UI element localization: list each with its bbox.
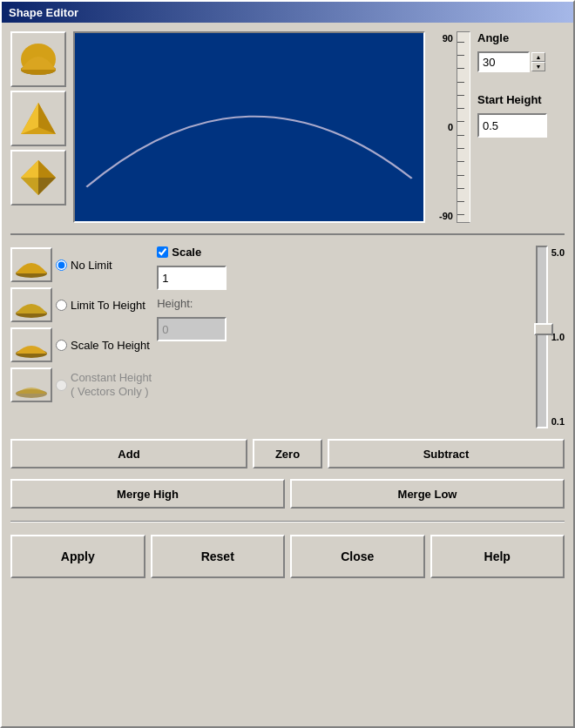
merge-high-button[interactable]: Merge High xyxy=(10,479,285,509)
footer-divider xyxy=(10,521,565,522)
subtract-button[interactable]: Subtract xyxy=(328,439,565,468)
ruler-labels: 90 0 -90 xyxy=(432,31,457,223)
ruler-bot-label: -90 xyxy=(439,211,453,221)
angle-spin-down[interactable]: ▼ xyxy=(531,62,545,71)
angle-input[interactable] xyxy=(477,51,530,72)
close-button[interactable]: Close xyxy=(290,535,425,578)
constant-height-sub-label: ( Vectors Only ) xyxy=(71,385,152,399)
option-limit-height-row: Limit To Height xyxy=(10,286,152,324)
reset-button[interactable]: Reset xyxy=(151,535,286,578)
svg-marker-11 xyxy=(21,178,38,195)
vertical-slider: 5.0 1.0 0.1 xyxy=(536,246,565,428)
angle-spinner: ▲ ▼ xyxy=(477,51,565,72)
footer-buttons: Apply Reset Close Help xyxy=(10,535,565,578)
no-limit-radio[interactable] xyxy=(56,260,67,271)
angle-spin-buttons: ▲ ▼ xyxy=(531,52,545,71)
no-limit-shape-icon xyxy=(14,251,49,279)
window-title: Shape Editor xyxy=(9,6,78,19)
vslider-top-label: 5.0 xyxy=(551,247,565,258)
right-controls-area: Scale Height: xyxy=(157,246,530,341)
pyramid-button[interactable] xyxy=(10,91,66,146)
constant-height-option: Constant Height ( Vectors Only ) xyxy=(56,371,152,398)
height-label: Height: xyxy=(157,297,530,310)
constant-height-radio-label[interactable]: Constant Height ( Vectors Only ) xyxy=(56,371,152,398)
angle-section: Angle ▲ ▼ Start Height xyxy=(477,31,565,138)
diamond-button[interactable] xyxy=(10,150,66,206)
shape-editor-window: Shape Editor xyxy=(0,0,575,728)
dome-icon xyxy=(19,44,58,75)
vslider-bot-label: 0.1 xyxy=(551,416,565,427)
limit-height-label: Limit To Height xyxy=(71,299,145,312)
scale-checkbox-label[interactable]: Scale xyxy=(157,246,201,259)
option-no-limit-row: No Limit xyxy=(10,246,152,284)
top-section: 90 0 -90 xyxy=(10,31,565,223)
scale-height-shape-btn[interactable] xyxy=(10,327,52,362)
svg-marker-10 xyxy=(38,178,56,195)
start-height-label: Start Height xyxy=(477,93,565,106)
vslider-track-col xyxy=(536,246,548,428)
option-scale-height-row: Scale To Height xyxy=(10,326,152,364)
diamond-icon xyxy=(19,158,58,197)
scale-row: Scale xyxy=(157,246,530,259)
limit-height-option[interactable]: Limit To Height xyxy=(56,299,145,312)
pyramid-icon xyxy=(19,99,58,138)
section-divider-1 xyxy=(10,233,565,235)
merge-buttons: Merge High Merge Low xyxy=(10,479,565,509)
no-limit-shape-btn[interactable] xyxy=(10,247,52,282)
constant-height-shape-btn[interactable] xyxy=(10,367,52,402)
add-button[interactable]: Add xyxy=(10,439,247,468)
ruler-area: 90 0 -90 xyxy=(432,31,470,223)
vslider-mid-label: 1.0 xyxy=(551,332,565,342)
no-limit-option[interactable]: No Limit xyxy=(56,259,112,272)
shape-options: No Limit Limit To Height xyxy=(10,246,152,404)
start-height-input[interactable] xyxy=(477,113,547,138)
limit-height-radio[interactable] xyxy=(56,300,67,311)
ruler-top-label: 90 xyxy=(443,33,453,44)
scale-height-radio[interactable] xyxy=(56,340,67,351)
main-content: 90 0 -90 xyxy=(2,23,573,726)
shape-canvas xyxy=(73,31,425,223)
vslider-thumb[interactable] xyxy=(534,323,553,335)
angle-label: Angle xyxy=(477,31,565,44)
scale-input[interactable] xyxy=(157,266,227,290)
merge-low-button[interactable]: Merge Low xyxy=(290,479,565,509)
scale-label: Scale xyxy=(172,246,201,259)
height-input xyxy=(157,317,227,341)
shape-buttons-col xyxy=(10,31,66,206)
title-bar: Shape Editor xyxy=(2,2,573,23)
angle-spin-up[interactable]: ▲ xyxy=(531,52,545,62)
svg-marker-8 xyxy=(38,160,56,178)
constant-height-label-text: Constant Height xyxy=(71,371,152,385)
option-constant-height-row: Constant Height ( Vectors Only ) xyxy=(10,366,152,404)
vslider-labels: 5.0 1.0 0.1 xyxy=(551,246,565,428)
help-button[interactable]: Help xyxy=(430,535,565,578)
scale-height-shape-icon xyxy=(14,331,49,359)
constant-height-shape-icon xyxy=(14,371,49,399)
scale-checkbox[interactable] xyxy=(157,246,168,258)
action-buttons: Add Zero Subtract xyxy=(10,439,565,468)
ruler-bar xyxy=(457,31,470,223)
limit-height-shape-btn[interactable] xyxy=(10,287,52,322)
vslider-track[interactable] xyxy=(536,246,548,428)
constant-height-radio[interactable] xyxy=(56,380,67,391)
middle-section: No Limit Limit To Height xyxy=(10,246,565,428)
dome-button[interactable] xyxy=(10,31,66,87)
limit-height-shape-icon xyxy=(14,291,49,319)
no-limit-label: No Limit xyxy=(71,259,112,272)
zero-button[interactable]: Zero xyxy=(253,439,322,468)
scale-height-label: Scale To Height xyxy=(71,339,150,352)
svg-marker-9 xyxy=(21,160,38,178)
apply-button[interactable]: Apply xyxy=(10,535,145,578)
ruler-mid-label: 0 xyxy=(448,122,453,132)
scale-height-option[interactable]: Scale To Height xyxy=(56,339,150,352)
curve-svg xyxy=(75,33,423,221)
